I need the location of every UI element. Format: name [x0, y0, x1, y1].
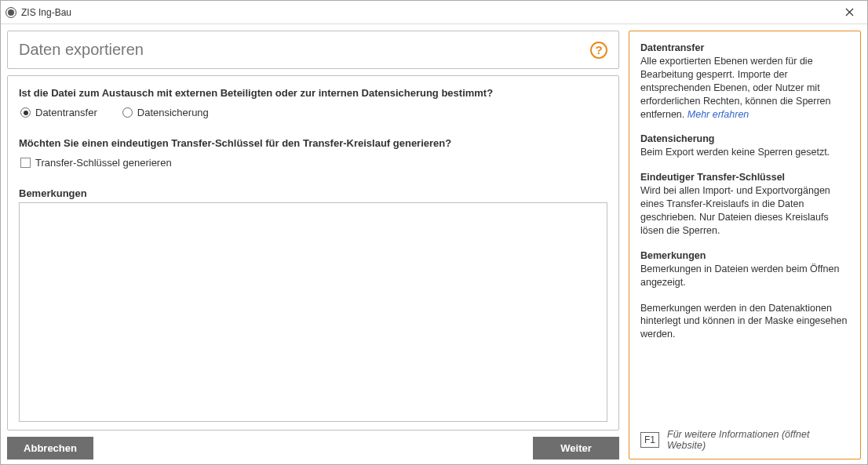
help-heading-datentransfer: Datentransfer	[640, 42, 849, 53]
titlebar: ZIS Ing-Bau	[1, 1, 867, 24]
help-text-datentransfer: Alle exportierten Ebenen werden für die …	[640, 55, 849, 121]
checkbox-icon	[20, 158, 31, 168]
page-header: Daten exportieren ?	[7, 31, 619, 69]
learn-more-link[interactable]: Mehr erfahren	[687, 109, 749, 120]
checkbox-generate-key[interactable]: Transfer-Schlüssel generieren	[19, 157, 607, 169]
help-heading-bemerkungen: Bemerkungen	[640, 250, 849, 261]
radio-datentransfer[interactable]: Datentransfer	[20, 107, 97, 118]
help-heading-datensicherung: Datensicherung	[640, 133, 849, 144]
window-title: ZIS Ing-Bau	[21, 7, 71, 18]
f1-badge-icon: F1	[640, 432, 659, 448]
close-icon[interactable]	[831, 1, 867, 24]
radio-label: Datensicherung	[137, 107, 209, 118]
help-icon[interactable]: ?	[590, 42, 607, 59]
checkbox-label: Transfer-Schlüssel generieren	[35, 157, 172, 169]
cancel-button[interactable]: Abbrechen	[7, 437, 93, 460]
radio-group-purpose: Datentransfer Datensicherung	[19, 107, 607, 118]
remarks-textarea[interactable]	[19, 202, 607, 422]
question-generate-key: Möchten Sie einen eindeutigen Transfer-S…	[19, 137, 607, 149]
next-button[interactable]: Weiter	[533, 437, 619, 460]
radio-icon	[122, 107, 133, 118]
radio-icon	[20, 107, 31, 118]
help-footer[interactable]: F1 Für weitere Informationen (öffnet Web…	[640, 429, 849, 451]
remarks-label: Bemerkungen	[19, 187, 607, 199]
help-text-bemerkungen-2: Bemerkungen werden in den Datenaktionen …	[640, 302, 849, 342]
help-text-transfer-key: Wird bei allen Import- und Exportvorgäng…	[640, 184, 849, 238]
question-file-purpose: Ist die Datei zum Austausch mit externen…	[19, 87, 607, 99]
radio-datensicherung[interactable]: Datensicherung	[122, 107, 209, 118]
help-footer-text: Für weitere Informationen (öffnet Websit…	[667, 429, 849, 451]
help-text-datensicherung: Beim Export werden keine Sperren gesetzt…	[640, 146, 849, 159]
button-row: Abbrechen Weiter	[7, 437, 619, 460]
help-text-bemerkungen-1: Bemerkungen in Dateien werden beim Öffne…	[640, 263, 849, 289]
help-heading-transfer-key: Eindeutiger Transfer-Schlüssel	[640, 172, 849, 183]
page-title: Daten exportieren	[19, 41, 144, 59]
form-panel: Ist die Datei zum Austausch mit externen…	[7, 75, 619, 430]
app-icon	[5, 7, 16, 18]
help-panel: Datentransfer Alle exportierten Ebenen w…	[629, 31, 861, 460]
radio-label: Datentransfer	[35, 107, 97, 118]
